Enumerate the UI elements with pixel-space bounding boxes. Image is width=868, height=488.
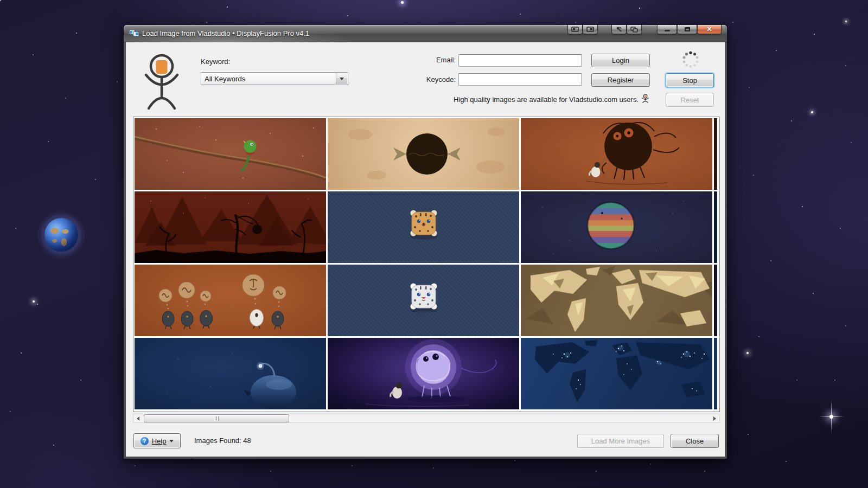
promo-text: High quality images are available for Vl…: [454, 95, 639, 104]
thumbnail-singing-birds[interactable]: [135, 265, 326, 336]
arrow-left-icon: [137, 416, 139, 421]
vladstudio-mini-icon: [641, 94, 649, 105]
titlebar-buttons: ✕: [567, 25, 722, 34]
dialog-client-area: Keyword: All Keywords Email: Login Keyco…: [126, 42, 725, 457]
scrollbar-thumb[interactable]: [144, 414, 289, 422]
pin-window-button[interactable]: [611, 25, 627, 34]
image-results-grid: [133, 117, 720, 412]
keycode-label: Keycode:: [386, 75, 456, 84]
email-input[interactable]: [458, 54, 582, 67]
chevron-down-icon: [169, 440, 174, 442]
dialog-window: Load Image from Vladstudio • DisplayFusi…: [124, 25, 727, 459]
keyword-dropdown-button[interactable]: [336, 73, 347, 84]
close-button[interactable]: Close: [671, 434, 719, 448]
email-label: Email:: [386, 56, 456, 64]
thumbnail-scribble-monster[interactable]: [521, 118, 712, 190]
thumbnail-knitted-planet[interactable]: [521, 191, 712, 263]
maximize-button[interactable]: [677, 25, 697, 34]
horizontal-scrollbar[interactable]: [133, 414, 720, 423]
help-icon: ?: [141, 437, 149, 445]
chevron-down-icon: [340, 78, 344, 80]
glow-star: [401, 1, 404, 4]
vladstudio-logo: [142, 51, 181, 113]
scroll-left-button[interactable]: [133, 414, 143, 422]
move-window-next-monitor-button[interactable]: [583, 25, 598, 34]
bright-star: [829, 415, 833, 419]
glow-star: [845, 21, 847, 22]
span-monitors-button[interactable]: [627, 25, 642, 34]
help-label: Help: [152, 437, 167, 445]
thumbnail-partial-column[interactable]: [714, 118, 717, 190]
thumbnail-snow-leopard-pillow[interactable]: [328, 265, 519, 336]
minimize-button[interactable]: [657, 25, 677, 34]
register-button[interactable]: Register: [591, 73, 650, 87]
help-button[interactable]: ? Help: [133, 433, 181, 448]
keyword-label: Keyword:: [201, 57, 230, 66]
login-button[interactable]: Login: [591, 54, 650, 67]
stars: [0, 0, 1, 1]
thumbnail-leopard-pillow[interactable]: [328, 191, 519, 263]
grip-icon: [215, 416, 215, 420]
thumbnail-glowing-monster[interactable]: [328, 338, 519, 409]
thumbnail-halloween-forest[interactable]: [135, 191, 326, 263]
keyword-selected-value: All Keywords: [201, 73, 335, 85]
images-found-status: Images Found: 48: [194, 436, 251, 445]
glow-star: [811, 111, 813, 113]
thumbnail-partial-column[interactable]: [714, 191, 717, 263]
promo-line: High quality images are available for Vl…: [343, 94, 649, 105]
thumbnail-night-lights-map[interactable]: [521, 338, 712, 409]
keyword-select[interactable]: All Keywords: [201, 72, 348, 85]
arrow-right-icon: [713, 416, 716, 421]
thumbnail-sepia-polygon-map[interactable]: [521, 265, 712, 336]
load-more-images-button: Load More Images: [577, 434, 664, 448]
move-window-previous-monitor-button[interactable]: [567, 25, 583, 34]
scroll-right-button[interactable]: [710, 414, 719, 422]
thumbnail-deep-sea-creature[interactable]: [135, 338, 326, 409]
reset-button: Reset: [666, 93, 714, 107]
minimize-icon: [665, 30, 670, 31]
thumbnail-samorost-green-bird[interactable]: [135, 118, 326, 190]
loading-spinner-icon: [680, 49, 701, 72]
close-window-button[interactable]: ✕: [697, 25, 722, 34]
thumbnail-partial-column[interactable]: [714, 338, 717, 409]
keycode-input[interactable]: [458, 73, 582, 86]
desktop-wallpaper: Load Image from Vladstudio • DisplayFusi…: [0, 0, 868, 488]
stop-button[interactable]: Stop: [666, 73, 714, 87]
maximize-icon: [685, 27, 690, 31]
thumbnail-partial-column[interactable]: [714, 265, 717, 336]
titlebar[interactable]: Load Image from Vladstudio • DisplayFusi…: [124, 25, 727, 42]
displayfusion-app-icon: [129, 29, 139, 37]
thumbnail-winged-dark-ball[interactable]: [328, 118, 519, 190]
scrollbar-track[interactable]: [143, 414, 710, 422]
glow-star: [33, 300, 35, 303]
close-icon: ✕: [706, 26, 712, 33]
earth-icon: [44, 218, 78, 252]
glow-star: [746, 352, 749, 354]
window-title: Load Image from Vladstudio • DisplayFusi…: [142, 29, 309, 37]
